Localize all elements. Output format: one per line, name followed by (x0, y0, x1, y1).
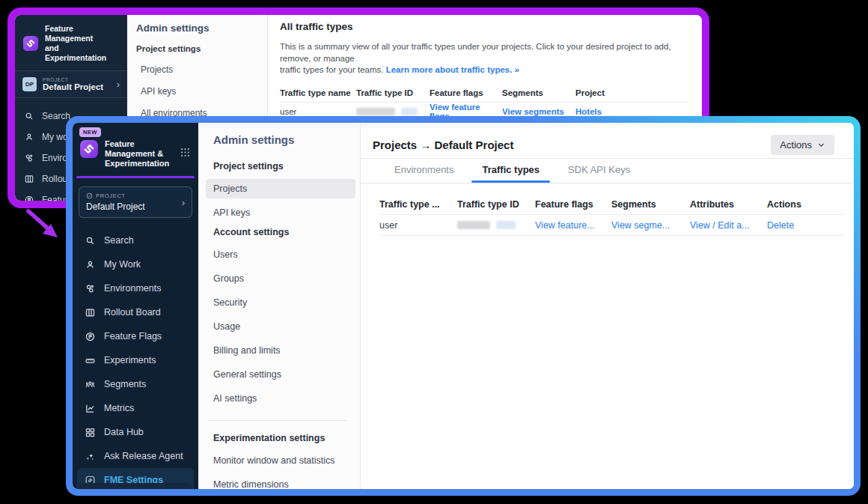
back-app-logo-row: Feature Management and Experimentation (15, 15, 127, 70)
sparkle-icon (85, 451, 96, 462)
environments-icon (85, 283, 96, 294)
table-row: user View feature... View segme... View … (379, 215, 843, 236)
table-header-row: Traffic type name Traffic type ID Featur… (280, 84, 688, 103)
tab-environments[interactable]: Environments (394, 164, 453, 183)
segments-people-icon (85, 379, 96, 390)
front-sidebar: NEW Feature Management & Experimentation (73, 123, 198, 489)
tab-bar: Environments Traffic types SDK API Keys (361, 159, 854, 183)
sidebar-item-environments[interactable]: Environments (73, 276, 198, 300)
project-label: PROJECT (43, 77, 103, 82)
front-app-logo-row: Feature Management & Experimentation (73, 123, 198, 174)
sidebar-item-my-work[interactable]: My Work (73, 252, 198, 276)
accent-underline (76, 176, 195, 178)
project-badge: DP (22, 77, 37, 91)
sidebar-item-search[interactable]: Search (73, 228, 198, 252)
front-project-selector[interactable]: PROJECT Default Project › (79, 186, 192, 218)
back-project-selector[interactable]: DP PROJECT Default Project › (15, 70, 127, 98)
board-icon (85, 307, 96, 318)
view-edit-attributes-link[interactable]: View / Edit a... (690, 220, 750, 231)
divider (207, 420, 346, 421)
back-app-title-line2: and Experimentation (45, 43, 121, 63)
project-name: Default Project (43, 82, 103, 91)
sidebar-item-metrics[interactable]: Metrics (73, 396, 198, 420)
admin-item-users[interactable]: Users (206, 245, 351, 264)
front-admin-title: Admin settings (213, 133, 352, 146)
board-icon (24, 174, 34, 184)
delete-link[interactable]: Delete (767, 220, 794, 231)
section-account-settings: Account settings (213, 227, 352, 237)
redacted-traffic-id (457, 221, 535, 229)
metrics-chart-icon (85, 403, 96, 414)
sidebar-item-segments[interactable]: Segments (73, 372, 198, 396)
back-section-project-settings: Project settings (136, 44, 260, 53)
front-sidebar-menu: Search My Work Environments Rollout Boar… (73, 228, 198, 489)
back-admin-item-api-keys[interactable]: API keys (135, 82, 260, 100)
experiments-icon (85, 355, 96, 366)
sidebar-item-rollout-board[interactable]: Rollout Board (73, 300, 198, 324)
admin-item-metric-dimensions[interactable]: Metric dimensions (206, 475, 351, 489)
foreground-window: NEW Feature Management & Experimentation (66, 116, 861, 496)
chevron-right-icon: › (182, 197, 185, 208)
admin-item-security[interactable]: Security (206, 293, 351, 312)
tab-sdk-api-keys[interactable]: SDK API Keys (568, 164, 630, 183)
environments-icon (24, 153, 34, 163)
section-experimentation-settings: Experimentation settings (213, 433, 352, 443)
canvas: Feature Management and Experimentation D… (0, 0, 868, 504)
person-icon (24, 132, 34, 142)
admin-item-ai-settings[interactable]: AI settings (206, 389, 351, 408)
front-app-title-line3: Experimentation (105, 159, 169, 168)
view-segments-link[interactable]: View segments (502, 107, 564, 116)
flag-circle-icon (85, 331, 96, 342)
split-logo-icon (79, 139, 99, 159)
admin-item-monitor-window[interactable]: Monitor window and statistics (206, 451, 351, 470)
main-header: Projects → Default Project Actions (361, 123, 854, 158)
admin-item-general-settings[interactable]: General settings (206, 365, 351, 384)
admin-item-api-keys[interactable]: API keys (206, 203, 351, 222)
front-app-title-line2: Management & (105, 149, 169, 159)
front-traffic-types-table: Traffic type ... Traffic type ID Feature… (379, 194, 854, 236)
front-admin-panel: Admin settings Project settings Projects… (198, 123, 361, 489)
project-check-icon (86, 192, 93, 199)
learn-more-link[interactable]: Learn more about traffic types. » (386, 65, 519, 74)
project-link[interactable]: Hotels (575, 107, 602, 116)
annotation-arrow (22, 207, 67, 246)
back-page-title: All traffic types (280, 21, 688, 32)
admin-item-usage[interactable]: Usage (206, 317, 351, 336)
chevron-right-icon: › (117, 79, 120, 90)
back-app-title-line1: Feature Management (45, 24, 121, 43)
chevron-down-icon (817, 141, 825, 149)
flag-circle-icon (24, 195, 34, 205)
view-feature-flags-link[interactable]: View feature... (535, 220, 595, 231)
split-logo-icon (22, 35, 39, 52)
admin-item-groups[interactable]: Groups (206, 269, 351, 288)
redacted-traffic-id (356, 108, 430, 115)
view-segments-link[interactable]: View segme... (611, 220, 670, 231)
tab-traffic-types[interactable]: Traffic types (482, 164, 540, 183)
front-main-content: Projects → Default Project Actions Envir… (361, 123, 854, 489)
sidebar-item-data-hub[interactable]: Data Hub (73, 420, 198, 444)
breadcrumb: Projects → Default Project (373, 139, 513, 151)
section-project-settings: Project settings (213, 161, 352, 171)
back-admin-item-projects[interactable]: Projects (135, 61, 260, 79)
app-launcher-grid-icon[interactable] (180, 147, 191, 158)
sidebar-item-feature-flags[interactable]: Feature Flags (73, 324, 198, 348)
data-hub-grid-icon (85, 427, 96, 438)
person-icon (85, 259, 96, 270)
sidebar-item-partial (79, 483, 192, 489)
sidebar-item-experiments[interactable]: Experiments (73, 348, 198, 372)
front-app-title-line1: Feature (105, 139, 169, 149)
table-header-row: Traffic type ... Traffic type ID Feature… (379, 194, 843, 215)
sidebar-item-ask-release-agent[interactable]: Ask Release Agent (73, 444, 198, 468)
admin-item-billing-and-limits[interactable]: Billing and limits (206, 341, 351, 360)
actions-button[interactable]: Actions (771, 135, 834, 155)
back-admin-title: Admin settings (136, 22, 260, 34)
project-name: Default Project (86, 201, 145, 212)
back-description: This is a summary view of all your traff… (280, 41, 688, 76)
search-icon (85, 235, 96, 246)
search-icon (24, 111, 34, 121)
admin-item-projects[interactable]: Projects (206, 179, 355, 198)
